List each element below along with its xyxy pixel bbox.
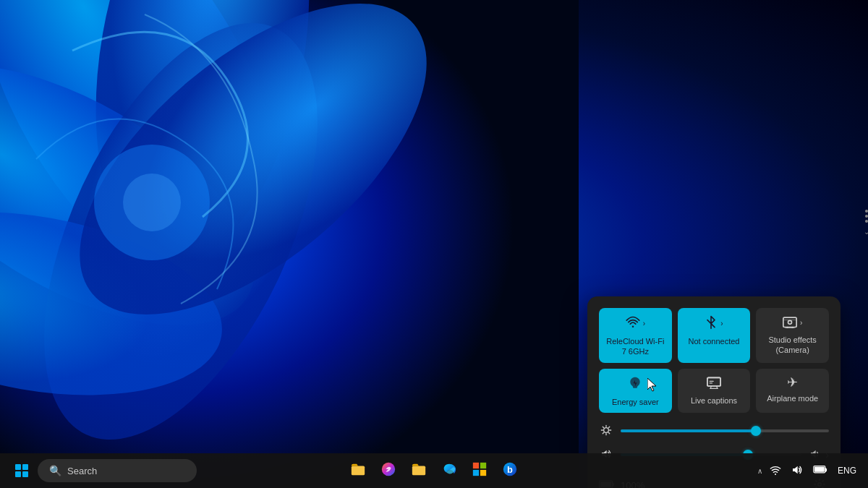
studio-effects-toggle-button[interactable]: › Studio effects (Camera) <box>756 308 829 363</box>
tray-battery-icon[interactable] <box>810 462 830 480</box>
live-captions-icon <box>707 376 721 391</box>
edge-like-button[interactable] <box>374 456 403 485</box>
brightness-fill <box>621 429 756 432</box>
svg-rect-23 <box>473 469 479 475</box>
file-explorer-2-button[interactable] <box>404 456 433 485</box>
search-label: Search <box>67 466 97 476</box>
brightness-icon <box>599 424 613 438</box>
desktop: › ReleCloud Wi-Fi 7 6GHz <box>0 0 868 488</box>
win-logo-pane-br <box>22 471 28 477</box>
live-captions-label: Live captions <box>684 395 745 406</box>
energy-saver-label: Energy saver <box>605 397 666 407</box>
wifi-icon <box>626 315 640 332</box>
wifi-toggle-button[interactable]: › ReleCloud Wi-Fi 7 6GHz <box>599 308 672 363</box>
show-hidden-icons-button[interactable]: ∧ <box>757 467 762 475</box>
airplane-mode-label: Airplane mode <box>762 393 823 403</box>
brightness-thumb[interactable] <box>751 426 761 436</box>
search-bar[interactable]: 🔍 Search <box>38 459 197 482</box>
bluetooth-chevron: › <box>720 320 723 328</box>
taskbar-center-icons: b <box>344 456 524 485</box>
svg-point-11 <box>788 320 791 324</box>
energy-saver-icon <box>628 376 642 393</box>
svg-point-9 <box>631 326 634 328</box>
quick-settings-grid: › ReleCloud Wi-Fi 7 6GHz <box>599 308 829 413</box>
studio-effects-icon <box>783 315 797 330</box>
svg-rect-24 <box>480 469 486 475</box>
wifi-label: ReleCloud Wi-Fi 7 6GHz <box>605 336 666 357</box>
svg-rect-21 <box>473 462 479 468</box>
bing-copilot-icon: b <box>502 461 518 481</box>
designer-icon <box>380 461 396 481</box>
taskbar: 🔍 Search <box>0 453 868 488</box>
brightness-slider-row <box>599 424 829 438</box>
svg-rect-12 <box>707 377 720 386</box>
bluetooth-toggle-button[interactable]: › Not connected <box>678 308 751 363</box>
svg-rect-13 <box>707 377 720 386</box>
airplane-mode-toggle-button[interactable]: ✈ Airplane mode <box>756 369 829 413</box>
edge-icon <box>441 461 457 481</box>
svg-rect-10 <box>783 317 796 327</box>
live-captions-toggle-button[interactable]: Live captions <box>678 369 751 413</box>
svg-rect-22 <box>480 462 486 468</box>
side-dot-1 <box>865 210 868 213</box>
taskbar-left: 🔍 Search <box>9 458 197 484</box>
svg-rect-20 <box>412 466 425 475</box>
edge-button[interactable] <box>435 456 464 485</box>
file-explorer-button[interactable] <box>344 456 373 485</box>
svg-rect-18 <box>352 466 365 475</box>
win-logo-pane-tl <box>15 464 21 470</box>
svg-point-8 <box>123 174 181 231</box>
windows-start-button[interactable] <box>9 458 35 484</box>
bluetooth-label: Not connected <box>684 336 745 346</box>
search-icon: 🔍 <box>49 465 61 476</box>
bing-copilot-button[interactable]: b <box>495 456 524 485</box>
microsoft-store-icon <box>472 461 488 481</box>
side-dot-3 <box>865 220 868 223</box>
svg-rect-29 <box>814 466 825 471</box>
tray-language-icon[interactable]: ENG <box>835 463 859 479</box>
microsoft-store-button[interactable] <box>465 456 494 485</box>
file-explorer-2-icon <box>411 461 427 481</box>
taskbar-right: ∧ <box>757 461 859 481</box>
side-chevron-down[interactable]: ⌄ <box>864 228 868 236</box>
svg-point-14 <box>604 428 609 433</box>
quick-settings-side-menu: ⌄ <box>864 210 868 236</box>
studio-effects-chevron: › <box>800 319 802 327</box>
studio-effects-label: Studio effects (Camera) <box>762 335 823 356</box>
tray-volume-icon[interactable] <box>788 461 806 481</box>
brightness-slider[interactable] <box>621 429 829 432</box>
win-logo-pane-tr <box>22 464 28 470</box>
wallpaper <box>0 0 579 488</box>
svg-text:b: b <box>507 463 513 474</box>
tray-wifi-icon[interactable] <box>767 462 784 480</box>
side-dot-2 <box>865 215 868 218</box>
windows-logo <box>15 464 28 477</box>
svg-point-27 <box>775 474 776 475</box>
bluetooth-icon <box>705 315 718 332</box>
wifi-chevron: › <box>643 320 645 328</box>
energy-saver-toggle-button[interactable]: Energy saver <box>599 369 672 413</box>
win-logo-pane-bl <box>15 471 21 477</box>
file-explorer-icon <box>350 461 366 481</box>
airplane-icon: ✈ <box>787 376 798 389</box>
